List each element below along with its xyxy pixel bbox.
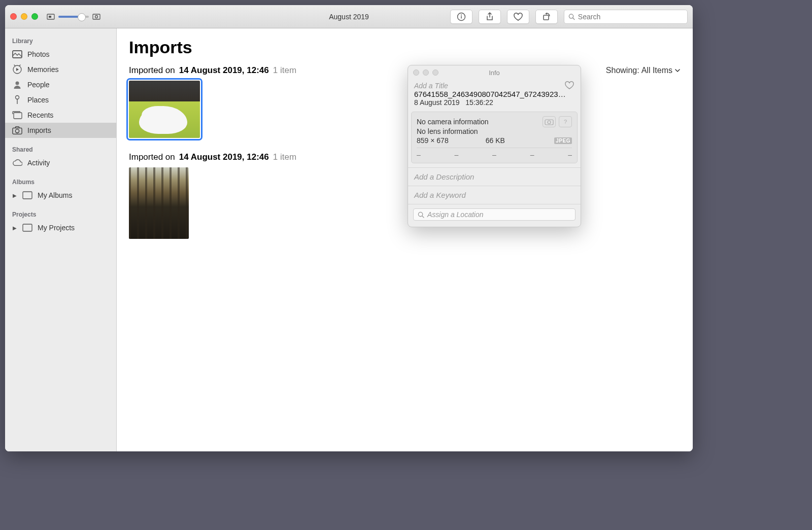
sidebar-item-label: Recents [27, 111, 53, 119]
camera-wb-icon[interactable] [543, 116, 556, 127]
sidebar-item-imports[interactable]: Imports [5, 123, 116, 138]
sidebar-item-label: Imports [27, 126, 51, 134]
svg-point-18 [15, 129, 19, 133]
location-placeholder: Assign a Location [427, 210, 484, 219]
share-button[interactable] [479, 10, 501, 24]
zoom-slider[interactable] [58, 16, 89, 18]
add-keyword-field[interactable]: Add a Keyword [408, 186, 581, 204]
sidebar-item-people[interactable]: People [5, 77, 116, 92]
zoom-in-icon[interactable] [92, 12, 101, 21]
titlebar: August 2019 [5, 5, 693, 28]
search-icon [418, 211, 424, 218]
thumbnail-row [129, 167, 681, 239]
people-icon [12, 80, 22, 90]
svg-point-14 [16, 96, 19, 99]
recents-icon [12, 110, 22, 120]
showing-label: Showing: [606, 66, 639, 75]
album-icon [22, 223, 32, 233]
thumbnail-row [129, 81, 681, 138]
sidebar-item-photos[interactable]: Photos [5, 47, 116, 62]
imports-icon [12, 125, 22, 135]
sidebar-item-activity[interactable]: Activity [5, 155, 116, 170]
sidebar-item-my-albums[interactable]: ▶ My Albums [5, 188, 116, 203]
disclosure-icon[interactable]: ▶ [12, 225, 17, 231]
rotate-button[interactable] [535, 10, 558, 24]
exif-dash: – [530, 151, 534, 159]
zoom-window-button[interactable] [31, 13, 38, 20]
sidebar: Library Photos Memories People Places Re… [5, 28, 117, 451]
memories-icon [12, 64, 22, 75]
search-input[interactable] [578, 13, 683, 21]
disclosure-icon[interactable]: ▶ [12, 193, 17, 198]
info-panel: Info Add a Title 67641558_24634908070425… [408, 65, 581, 227]
cloud-icon [12, 158, 22, 168]
zoom-out-icon[interactable] [46, 12, 55, 21]
photo-thumbnail[interactable] [129, 81, 200, 138]
sidebar-header-albums: Albums [5, 175, 116, 188]
svg-point-5 [461, 14, 462, 15]
sidebar-header-library: Library [5, 34, 116, 47]
info-button[interactable] [450, 10, 472, 24]
info-exif-row: – – – – – [417, 148, 572, 159]
svg-line-24 [422, 216, 424, 217]
info-titlebar: Info [408, 65, 581, 80]
sidebar-item-label: My Projects [38, 224, 75, 232]
import-count: 1 item [273, 152, 296, 162]
svg-rect-16 [14, 113, 22, 119]
svg-point-3 [95, 15, 98, 18]
search-field[interactable] [564, 10, 688, 24]
sidebar-item-memories[interactable]: Memories [5, 62, 116, 77]
sidebar-item-my-projects[interactable]: ▶ My Projects [5, 220, 116, 235]
thumbnail-image [129, 167, 189, 239]
add-description-field[interactable]: Add a Description [408, 167, 581, 186]
info-date: 8 August 2019 [414, 98, 460, 107]
svg-line-9 [573, 18, 574, 19]
svg-rect-2 [93, 14, 100, 19]
import-date: 14 August 2019, 12:46 [179, 65, 269, 76]
sidebar-item-recents[interactable]: Recents [5, 108, 116, 123]
zoom-controls [46, 12, 101, 21]
location-section: Assign a Location [408, 204, 581, 227]
info-filename: 67641558_2463490807042547_67243923… [414, 90, 574, 98]
import-prefix: Imported on [129, 65, 175, 76]
info-datetime[interactable]: 8 August 2019 15:36:22 [414, 98, 574, 107]
minimize-window-button[interactable] [21, 13, 27, 20]
info-time: 15:36:22 [465, 98, 493, 107]
close-window-button[interactable] [10, 13, 17, 20]
import-group-header: Imported on 14 August 2019, 12:46 1 item [129, 152, 681, 162]
content-area: Imports Imported on 14 August 2019, 12:4… [117, 28, 693, 451]
add-title-field[interactable]: Add a Title [414, 82, 574, 90]
import-prefix: Imported on [129, 152, 175, 162]
svg-rect-7 [544, 15, 549, 20]
chevron-down-icon [674, 67, 681, 74]
favorite-button[interactable] [507, 10, 529, 24]
toolbar-right [450, 10, 688, 24]
info-dimensions: 859 × 678 [417, 136, 449, 145]
app-window: August 2019 Library [5, 5, 693, 451]
info-lens: No lens information [417, 127, 572, 135]
info-format-badge: JPEG [554, 137, 572, 144]
sidebar-item-places[interactable]: Places [5, 92, 116, 108]
svg-point-13 [16, 82, 19, 85]
import-count: 1 item [273, 65, 296, 76]
import-date: 14 August 2019, 12:46 [179, 152, 269, 162]
album-icon [22, 190, 32, 200]
exif-dash: – [568, 151, 572, 159]
favorite-heart-icon[interactable] [564, 81, 574, 90]
sidebar-item-label: People [27, 81, 50, 89]
svg-rect-20 [23, 224, 32, 231]
help-icon[interactable]: ? [559, 116, 572, 127]
sidebar-header-projects: Projects [5, 208, 116, 220]
info-size: 66 KB [486, 136, 505, 145]
photo-thumbnail[interactable] [129, 167, 189, 239]
import-group-header: Imported on 14 August 2019, 12:46 1 item… [129, 65, 681, 76]
svg-rect-1 [49, 16, 51, 18]
showing-value: All Items [641, 66, 672, 75]
photos-icon [12, 49, 22, 59]
places-icon [12, 95, 22, 105]
assign-location-field[interactable]: Assign a Location [413, 208, 576, 221]
thumbnail-image [129, 81, 200, 138]
info-meta-box: No camera information ? No lens informat… [411, 112, 578, 163]
exif-dash: – [455, 151, 459, 159]
showing-dropdown[interactable]: Showing: All Items [606, 66, 681, 75]
